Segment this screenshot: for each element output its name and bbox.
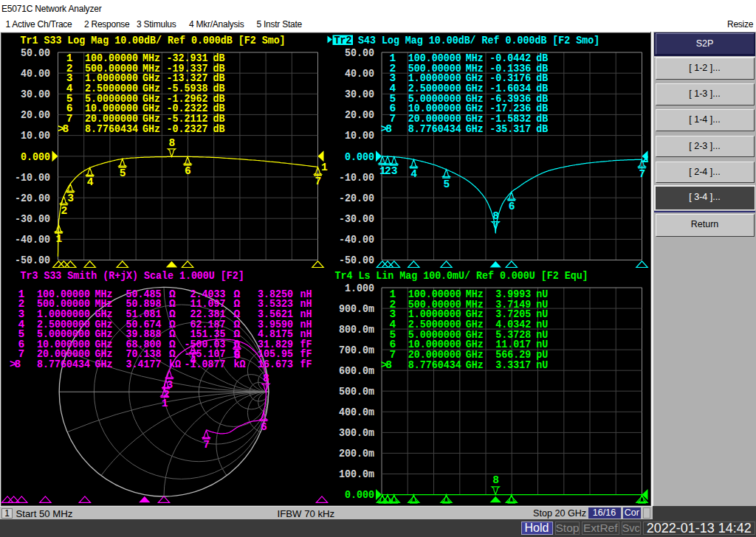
svg-text:7: 7 xyxy=(639,168,646,180)
svg-text:300.0m: 300.0m xyxy=(339,427,374,439)
svg-text:0.000: 0.000 xyxy=(21,151,50,163)
svg-text:4: 4 xyxy=(87,176,94,188)
svg-text:8: 8 xyxy=(63,123,69,135)
svg-text:3: 3 xyxy=(391,165,398,177)
svg-text:8: 8 xyxy=(492,210,499,222)
svg-text:8.7760434: 8.7760434 xyxy=(408,359,461,371)
svg-text:GHz: GHz xyxy=(466,123,484,135)
svg-text:-40.00: -40.00 xyxy=(339,234,374,246)
svg-text:16.673: 16.673 xyxy=(258,358,293,370)
svg-text:100.0m: 100.0m xyxy=(339,468,374,480)
svg-text:Tr3 S33 Smith (R+jX) Scale 1.0: Tr3 S33 Smith (R+jX) Scale 1.000U [F2] xyxy=(21,270,244,282)
svg-text:8: 8 xyxy=(263,373,269,384)
svg-text:900.0m: 900.0m xyxy=(339,303,374,315)
svg-text:3: 3 xyxy=(167,379,173,391)
svg-text:600.0m: 600.0m xyxy=(339,365,374,377)
svg-text:GHz: GHz xyxy=(142,123,160,135)
svg-text:20.00: 20.00 xyxy=(21,109,50,121)
svg-text:5: 5 xyxy=(444,179,450,190)
svg-text:Tr1 S33 Log Mag 10.00dB/ Ref 0: Tr1 S33 Log Mag 10.00dB/ Ref 0.000dB [F2… xyxy=(21,35,286,46)
svg-text:50.00: 50.00 xyxy=(21,47,50,59)
svg-text:2: 2 xyxy=(385,165,391,177)
svg-text:-30.00: -30.00 xyxy=(339,213,374,225)
svg-text:-10.00: -10.00 xyxy=(339,172,374,184)
svg-text:8: 8 xyxy=(492,474,499,486)
svg-text:8.7760434: 8.7760434 xyxy=(37,358,90,370)
svg-text:0.000: 0.000 xyxy=(345,151,374,163)
svg-text:800.0m: 800.0m xyxy=(339,324,374,336)
svg-text:200.0m: 200.0m xyxy=(339,448,374,460)
svg-text:2: 2 xyxy=(642,153,649,165)
svg-text:8: 8 xyxy=(14,358,21,370)
svg-text:Tr2: Tr2 xyxy=(334,35,352,46)
svg-text:8.7760434: 8.7760434 xyxy=(408,123,461,135)
svg-text:40.00: 40.00 xyxy=(345,68,374,80)
svg-text:Tr4 Ls Lin Mag 100.0mU/ Ref 0.: Tr4 Ls Lin Mag 100.0mU/ Ref 0.000U [F2 E… xyxy=(335,270,588,282)
svg-text:20.00: 20.00 xyxy=(345,109,374,121)
svg-text:-50.00: -50.00 xyxy=(15,254,50,266)
svg-text:30.00: 30.00 xyxy=(345,89,374,100)
svg-text:50.00: 50.00 xyxy=(345,47,374,59)
svg-text:6: 6 xyxy=(509,201,515,212)
svg-text:6: 6 xyxy=(261,421,267,433)
svg-text:400.0m: 400.0m xyxy=(339,406,374,418)
svg-text:GHz: GHz xyxy=(95,358,113,370)
svg-text:0.000: 0.000 xyxy=(345,489,374,501)
svg-text:3: 3 xyxy=(67,193,74,204)
svg-text:kΩ: kΩ xyxy=(169,358,181,370)
svg-text:10.00: 10.00 xyxy=(21,130,50,142)
svg-text:fF: fF xyxy=(300,358,312,370)
svg-text:-10.00: -10.00 xyxy=(15,172,50,184)
svg-text:30.00: 30.00 xyxy=(21,89,50,100)
svg-text:7: 7 xyxy=(315,176,322,187)
svg-text:2: 2 xyxy=(61,205,67,217)
svg-text:10.00: 10.00 xyxy=(345,130,374,142)
svg-text:-1.0877: -1.0877 xyxy=(185,358,226,370)
svg-text:-30.00: -30.00 xyxy=(15,213,50,225)
svg-text:3.4177: 3.4177 xyxy=(126,358,162,370)
svg-text:dB: dB xyxy=(213,123,225,135)
svg-text:700.0m: 700.0m xyxy=(339,344,374,356)
svg-text:8.7760434: 8.7760434 xyxy=(85,123,138,135)
svg-text:1.000: 1.000 xyxy=(345,283,374,294)
svg-text:kΩ: kΩ xyxy=(234,358,246,370)
svg-text:GHz: GHz xyxy=(466,359,484,371)
svg-text:S43 Log Mag 10.00dB/ Ref 0.000: S43 Log Mag 10.00dB/ Ref 0.000dB [F2 Smo… xyxy=(358,35,599,46)
svg-text:-20.00: -20.00 xyxy=(15,193,50,204)
svg-text:6: 6 xyxy=(185,165,191,177)
svg-text:-40.00: -40.00 xyxy=(15,234,50,246)
svg-text:dB: dB xyxy=(536,123,548,135)
svg-text:8: 8 xyxy=(169,137,176,149)
svg-text:5: 5 xyxy=(120,167,126,179)
svg-text:500.0m: 500.0m xyxy=(339,386,374,398)
svg-text:3.3317: 3.3317 xyxy=(495,359,531,371)
svg-text:-20.00: -20.00 xyxy=(339,193,374,204)
svg-text:nU: nU xyxy=(536,359,548,371)
svg-text:-35.317: -35.317 xyxy=(489,123,531,135)
svg-text:1: 1 xyxy=(55,233,62,245)
svg-text:-0.2327: -0.2327 xyxy=(167,123,208,135)
svg-text:4: 4 xyxy=(410,168,417,180)
svg-text:1: 1 xyxy=(321,162,328,173)
svg-text:7: 7 xyxy=(203,439,210,451)
svg-text:8: 8 xyxy=(385,123,392,135)
svg-text:-50.00: -50.00 xyxy=(339,254,374,266)
svg-text:8: 8 xyxy=(385,359,392,371)
svg-text:40.00: 40.00 xyxy=(21,68,50,80)
